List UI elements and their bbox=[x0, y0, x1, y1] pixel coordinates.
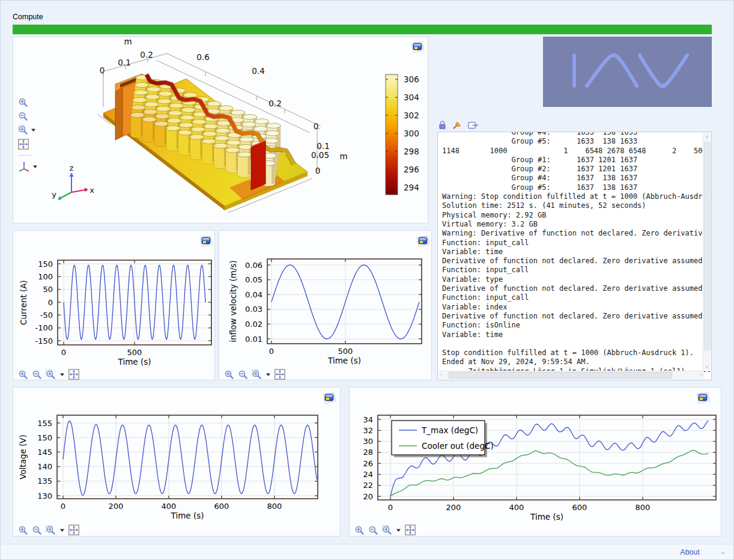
svg-text:400: 400 bbox=[509, 503, 524, 512]
svg-text:800: 800 bbox=[267, 502, 282, 511]
svg-text:0: 0 bbox=[48, 298, 53, 307]
svg-text:0.02: 0.02 bbox=[245, 320, 262, 329]
svg-text:306: 306 bbox=[404, 75, 419, 84]
scrollbar-thumb[interactable] bbox=[704, 142, 711, 350]
log-text: Group #4: 1633 138 1633 Group #5: 1633 1… bbox=[438, 132, 711, 376]
dropdown-caret-icon[interactable] bbox=[59, 528, 65, 533]
snapshot-image-icon[interactable] bbox=[696, 392, 710, 404]
zoom-out-icon[interactable] bbox=[18, 111, 28, 121]
zoom-box-icon[interactable] bbox=[46, 370, 56, 380]
svg-text:0.1: 0.1 bbox=[317, 141, 329, 151]
snapshot-icon[interactable] bbox=[410, 41, 425, 53]
snapshot-icon[interactable] bbox=[199, 236, 213, 248]
svg-text:800: 800 bbox=[635, 503, 651, 512]
snapshot-icon[interactable] bbox=[416, 236, 430, 248]
svg-text:140: 140 bbox=[37, 462, 52, 471]
dropdown-caret-icon[interactable] bbox=[32, 164, 38, 169]
svg-text:Time (s): Time (s) bbox=[530, 512, 563, 522]
iav-logo-graphic bbox=[543, 37, 712, 107]
svg-text:100: 100 bbox=[38, 272, 53, 281]
inflow-velocity-chart[interactable]: 0.010.020.030.040.050.060500Time (s)infl… bbox=[219, 231, 431, 380]
svg-text:0.1: 0.1 bbox=[118, 58, 130, 67]
plot-toolbar bbox=[18, 369, 79, 380]
svg-text:Voltage (V): Voltage (V) bbox=[18, 434, 28, 479]
log-output-area[interactable]: Group #4: 1633 138 1633 Group #5: 1633 1… bbox=[437, 132, 712, 380]
svg-text:0.4: 0.4 bbox=[252, 66, 264, 76]
snapshot-image-icon[interactable] bbox=[322, 392, 336, 404]
svg-text:0: 0 bbox=[388, 503, 393, 512]
zoom-in-icon[interactable] bbox=[354, 525, 365, 535]
scroll-up-icon[interactable]: ˄ bbox=[704, 134, 710, 140]
svg-text:304: 304 bbox=[404, 93, 419, 102]
svg-text:z: z bbox=[70, 163, 74, 172]
lock-icon[interactable] bbox=[438, 120, 447, 130]
about-link[interactable]: About bbox=[680, 548, 700, 556]
dropdown-caret-icon[interactable] bbox=[265, 372, 271, 377]
zoom-extents-icon[interactable] bbox=[18, 139, 29, 150]
snapshot-image-icon[interactable] bbox=[416, 236, 430, 248]
snapshot-icon[interactable] bbox=[696, 392, 710, 404]
svg-text:inflow velocity (m/s): inflow velocity (m/s) bbox=[228, 260, 238, 342]
zoom-box-icon[interactable] bbox=[46, 525, 56, 535]
dropdown-caret-icon[interactable] bbox=[396, 528, 401, 533]
snapshot-icon[interactable] bbox=[322, 392, 336, 404]
zoom-in-icon[interactable] bbox=[18, 370, 28, 380]
default-3d-view-icon[interactable] bbox=[18, 161, 30, 172]
temperature-chart[interactable]: 20222426283032340200400600800Time (s)T_m… bbox=[350, 388, 721, 536]
zoom-extents-icon[interactable] bbox=[68, 369, 79, 380]
zoom-out-icon[interactable] bbox=[32, 370, 42, 380]
svg-text:155: 155 bbox=[37, 419, 52, 428]
zoom-out-icon[interactable] bbox=[238, 370, 248, 380]
svg-text:302: 302 bbox=[404, 111, 419, 120]
voltage-chart[interactable]: 1301351401451501550200400600800Time (s)V… bbox=[13, 388, 340, 536]
svg-text:Time (s): Time (s) bbox=[327, 356, 361, 365]
zoom-out-icon[interactable] bbox=[32, 525, 42, 535]
temperature-plot-panel: 20222426283032340200400600800Time (s)T_m… bbox=[349, 387, 721, 537]
svg-text:0.05: 0.05 bbox=[245, 275, 262, 284]
zoom-out-icon[interactable] bbox=[368, 525, 378, 535]
zoom-extents-icon[interactable] bbox=[68, 525, 79, 535]
graphics-toolbar-3d bbox=[18, 97, 38, 172]
svg-text:0: 0 bbox=[100, 65, 105, 75]
clear-log-brush-icon[interactable] bbox=[452, 120, 463, 130]
svg-text:50: 50 bbox=[43, 285, 53, 294]
svg-text:-100: -100 bbox=[35, 323, 53, 332]
zoom-extents-icon[interactable] bbox=[274, 369, 285, 380]
zoom-in-icon[interactable] bbox=[18, 525, 28, 535]
log-horizontal-scrollbar[interactable]: ‹ › bbox=[438, 371, 704, 379]
open-log-icon[interactable] bbox=[468, 120, 479, 130]
compute-button[interactable]: Compute bbox=[13, 13, 43, 21]
svg-text:26: 26 bbox=[363, 459, 373, 468]
svg-text:20: 20 bbox=[363, 492, 373, 501]
snapshot-image-icon[interactable] bbox=[410, 41, 425, 53]
svg-text:0: 0 bbox=[315, 166, 321, 175]
log-vertical-scrollbar[interactable]: ˄ ˅ bbox=[703, 133, 711, 371]
zoom-box-icon[interactable] bbox=[18, 125, 28, 135]
chevron-down-icon[interactable]: ⌄ bbox=[720, 547, 726, 556]
scroll-down-icon[interactable]: ˅ bbox=[704, 364, 710, 370]
3d-battery-pack-plot[interactable]: m00.10.20.60.40.200.10.05m0zyx3063043023… bbox=[13, 37, 428, 223]
zoom-extents-icon[interactable] bbox=[405, 525, 416, 535]
svg-text:0.05: 0.05 bbox=[311, 150, 329, 160]
svg-text:0.06: 0.06 bbox=[245, 261, 262, 270]
dropdown-caret-icon[interactable] bbox=[59, 372, 65, 377]
svg-text:130: 130 bbox=[37, 492, 52, 501]
footer: About ⌄ bbox=[1, 544, 733, 560]
current-chart[interactable]: -150-100-500501001500500Time (s)Current … bbox=[13, 231, 214, 380]
zoom-in-icon[interactable] bbox=[18, 97, 28, 108]
dropdown-caret-icon[interactable] bbox=[31, 127, 36, 133]
zoom-box-icon[interactable] bbox=[252, 370, 262, 380]
svg-text:Current (A): Current (A) bbox=[19, 280, 28, 325]
svg-text:28: 28 bbox=[363, 448, 373, 457]
snapshot-image-icon[interactable] bbox=[199, 236, 213, 248]
scroll-left-icon[interactable]: ‹ bbox=[440, 371, 442, 377]
scrollbar-thumb[interactable] bbox=[449, 372, 672, 379]
inflow-velocity-plot-panel: 0.010.020.030.040.050.060500Time (s)infl… bbox=[219, 230, 432, 380]
svg-text:Time (s): Time (s) bbox=[118, 357, 151, 367]
svg-text:0.2: 0.2 bbox=[268, 99, 281, 108]
svg-text:600: 600 bbox=[214, 502, 229, 511]
svg-text:0.04: 0.04 bbox=[245, 290, 262, 299]
zoom-box-icon[interactable] bbox=[382, 525, 392, 535]
scroll-right-icon[interactable]: › bbox=[700, 371, 702, 377]
zoom-in-icon[interactable] bbox=[224, 370, 234, 380]
